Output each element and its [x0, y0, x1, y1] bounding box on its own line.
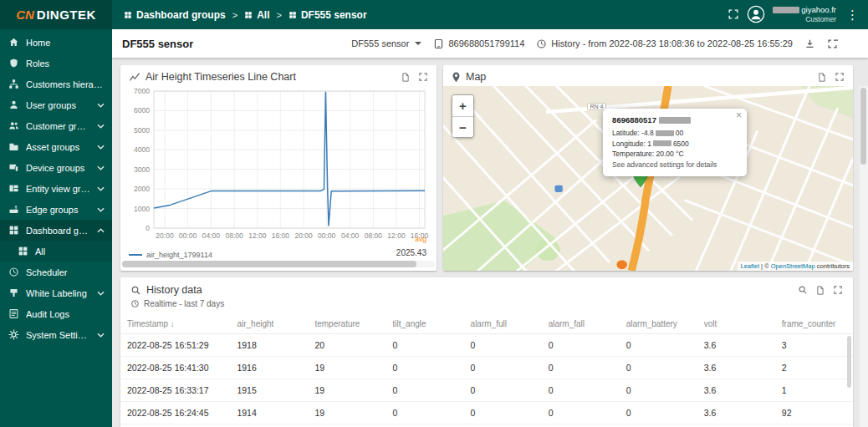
column-header[interactable]: temperature [308, 314, 385, 334]
table-row[interactable]: 2022-08-25 16:41:3019161900003.62 [120, 357, 853, 379]
sidebar-item-white-labeling[interactable]: White Labeling [0, 282, 112, 303]
cell: 0 [464, 334, 542, 357]
export-widget-button[interactable] [401, 72, 411, 83]
legend-agg-value: 2025.43 [396, 248, 426, 257]
sidebar-item-entity-view-groups[interactable]: Entity view groups [0, 178, 112, 199]
app-root: CN DINGTEK Dashboard groups > All > DF55… [0, 0, 868, 427]
svg-text:20:00: 20:00 [295, 231, 314, 240]
leaflet-link[interactable]: Leaflet [741, 262, 760, 270]
entity-selector[interactable]: 869688051799114 [433, 38, 524, 49]
sidebar-item-label: Dashboard groups [26, 226, 90, 236]
toolbar-right: DF555 sensor 869688051799114 History - f… [351, 38, 858, 49]
fullscreen-dashboard-button[interactable] [827, 38, 838, 49]
legend-entry[interactable]: air_height_1799114 [129, 251, 212, 259]
cell: 0 [386, 379, 464, 402]
fullscreen-button[interactable] [728, 8, 739, 20]
breadcrumb-all[interactable]: All [244, 9, 269, 21]
export-widget-button[interactable] [817, 72, 827, 83]
history-timewindow[interactable]: Realtime - last 7 days [120, 296, 853, 308]
sidebar-item-home[interactable]: Home [0, 32, 112, 53]
column-header[interactable]: alarm_fall [542, 314, 620, 334]
table-row[interactable]: 2022-08-25 16:24:4519141900003.692 [120, 402, 853, 424]
user-avatar[interactable] [747, 5, 765, 23]
breadcrumb-dashboard-groups[interactable]: Dashboard groups [124, 9, 226, 21]
chart-widget-title: Air Height Timeseries Line Chart [146, 71, 396, 83]
expand-widget-button[interactable] [418, 72, 428, 82]
view-quilt-icon [8, 183, 19, 194]
column-header[interactable]: tilt_angle [386, 314, 464, 334]
file-icon [815, 285, 825, 296]
popup-close-button[interactable]: × [736, 110, 742, 120]
chart-horizontal-scrollbar[interactable] [122, 261, 435, 267]
search-button[interactable] [798, 285, 808, 295]
widgets-row: Air Height Timeseries Line Chart 20:0000… [120, 65, 853, 271]
svg-text:2000: 2000 [134, 185, 150, 193]
map-pin-icon [452, 72, 461, 83]
page-scrollbar[interactable] [860, 86, 868, 427]
sidebar-item-customer-groups[interactable]: Customer groups [0, 115, 112, 136]
sidebar-item-user-groups[interactable]: User groups [0, 94, 112, 115]
user-info[interactable]: giyahoo.fr Customer [773, 5, 836, 24]
export-widget-button[interactable] [815, 285, 825, 296]
expand-widget-button[interactable] [835, 72, 845, 82]
timeseries-chart-svg[interactable]: 20:0000:0004:0008:0012:0016:0020:0000:00… [125, 86, 431, 241]
table-scrollbar-thumb[interactable] [847, 336, 851, 388]
clock-icon [536, 38, 547, 49]
sidebar-item-scheduler[interactable]: Scheduler [0, 262, 112, 282]
column-header[interactable]: frame_counter [775, 314, 853, 334]
gear-icon [8, 329, 19, 340]
breadcrumb-df555-sensor[interactable]: DF555 sensor [288, 9, 367, 21]
column-header-timestamp[interactable]: Timestamp↓ [120, 314, 230, 334]
column-header[interactable]: volt [697, 314, 775, 334]
scrollbar-thumb[interactable] [860, 88, 866, 165]
sidebar-item-roles[interactable]: Roles [0, 53, 112, 74]
map-popup: × 8696880517 Latitude: -4.800 Longitude:… [603, 109, 747, 176]
map-zoom-control: + − [452, 94, 474, 138]
zoom-in-button[interactable]: + [452, 95, 473, 116]
zoom-out-button[interactable]: − [452, 116, 473, 137]
sidebar-item-audit-logs[interactable]: Audit Logs [0, 303, 112, 324]
sidebar-item-edge-groups[interactable]: Edge groups [0, 199, 112, 220]
cell: 0 [542, 379, 620, 402]
cell: 0 [620, 402, 697, 424]
brand-logo[interactable]: CN DINGTEK [0, 0, 112, 29]
column-header[interactable]: alarm_battery [620, 314, 697, 334]
dashboard-state-select[interactable]: DF555 sensor [351, 38, 421, 48]
shield-icon [8, 58, 19, 69]
chevron-down-icon [97, 165, 105, 170]
column-header[interactable]: air_height [230, 314, 308, 334]
map-attribution: Leaflet | © OpenStreetMap contributors [738, 262, 854, 271]
osm-link[interactable]: OpenStreetMap [771, 262, 815, 270]
column-header[interactable]: alarm_full [464, 314, 542, 334]
cell: 2022-08-25 16:51:29 [120, 334, 230, 357]
users-icon [8, 120, 19, 131]
time-window-label: History - from 2022-08-23 18:08:36 to 20… [551, 38, 793, 48]
user-email: giyahoo.fr [773, 5, 836, 15]
sidebar-item-customers-hierarchy[interactable]: Customers hierarchy [0, 74, 112, 94]
sidebar-item-device-groups[interactable]: Device groups [0, 157, 112, 178]
chart-widget: Air Height Timeseries Line Chart 20:0000… [120, 65, 437, 271]
table-row[interactable]: 2022-08-25 16:51:2919182000003.63 [120, 334, 853, 357]
sidebar-item-asset-groups[interactable]: Asset groups [0, 136, 112, 157]
hierarchy-icon [8, 79, 19, 89]
time-window-button[interactable]: History - from 2022-08-23 18:08:36 to 20… [536, 38, 793, 49]
expand-widget-button[interactable] [833, 285, 843, 295]
history-table-widget: History data Realtime - last 7 days [120, 277, 853, 427]
table-row[interactable]: 2022-08-25 16:33:1719151900003.61 [120, 379, 853, 402]
cell: 0 [542, 334, 620, 357]
sidebar-item-label: Edge groups [26, 205, 90, 215]
fullscreen-icon [728, 8, 739, 20]
scrollbar-thumb[interactable] [122, 261, 416, 267]
sidebar-item-all-dashboards[interactable]: All [0, 241, 112, 262]
table-row[interactable]: 2022-08-25 16:13:1419171900003.691 [120, 424, 853, 427]
sidebar-item-dashboard-groups[interactable]: Dashboard groups [0, 220, 112, 241]
sidebar-item-system-settings[interactable]: System Settings [0, 324, 112, 345]
history-actions [798, 285, 843, 296]
cell: 1917 [230, 424, 308, 427]
export-button[interactable] [804, 38, 815, 49]
map-canvas[interactable]: + − RN 4 × 8696880517 Latitude: -4.800 L… [443, 86, 853, 271]
legend-series-swatch [129, 254, 142, 256]
clock-icon [8, 267, 19, 277]
svg-text:1000: 1000 [134, 205, 150, 213]
more-menu-button[interactable]: ⋮ [844, 8, 861, 21]
